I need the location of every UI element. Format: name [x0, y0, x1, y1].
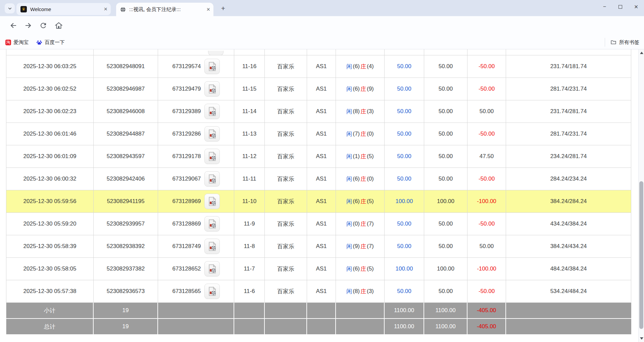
- video-file-icon: [209, 107, 216, 116]
- banker-label: 庄: [360, 243, 366, 250]
- summary-empty: [506, 319, 631, 334]
- tab-search-button[interactable]: [5, 3, 15, 13]
- cell-valid-amount: 100.00: [424, 258, 467, 280]
- game-id-text: 673129389: [172, 108, 201, 115]
- browser-toolbar: videoie.com/ipl/portal.php/game/betrecor…: [0, 16, 644, 35]
- cell-valid-amount: 100.00: [424, 190, 467, 213]
- video-replay-button[interactable]: [204, 194, 220, 209]
- player-points: (6): [353, 63, 360, 70]
- video-file-icon: [209, 220, 216, 228]
- cell-valid-amount: 50.00: [424, 235, 467, 258]
- cell-game-name: 百家乐: [265, 280, 307, 303]
- cell-win-loss: -50.00: [467, 123, 506, 145]
- cell-win-loss: -50.00: [467, 55, 506, 78]
- player-label: 闲: [346, 288, 352, 295]
- video-replay-button[interactable]: [208, 51, 224, 55]
- player-points: (0): [353, 221, 360, 227]
- cell-bet-amount[interactable]: 50.00: [385, 100, 424, 123]
- minimize-button[interactable]: −: [597, 0, 612, 13]
- scrollbar-thumb[interactable]: [639, 181, 643, 329]
- cell-bet-amount[interactable]: 50.00: [385, 213, 424, 235]
- tab-bet-records[interactable]: :::视讯, 会员下注纪录::: ×: [116, 3, 213, 16]
- cell-balance: 534.24/484.24: [506, 280, 631, 303]
- cell-result: 闲(6)庄(4): [336, 55, 385, 78]
- back-icon[interactable]: [9, 21, 17, 30]
- cell-game-id: 673129479: [158, 78, 234, 100]
- cell-bet-amount[interactable]: 50.00: [385, 280, 424, 303]
- tab-strip: ♛ Welcome × :::视讯, 会员下注纪录::: × + − ×: [0, 0, 644, 16]
- close-window-button[interactable]: ×: [628, 0, 644, 13]
- player-points: (8): [353, 108, 360, 115]
- game-id-text: 673129178: [172, 153, 201, 160]
- player-label: 闲: [346, 243, 352, 250]
- player-points: (6): [353, 198, 360, 205]
- video-replay-button[interactable]: [204, 126, 220, 142]
- video-replay-button[interactable]: [204, 261, 220, 277]
- video-replay-button[interactable]: [204, 171, 220, 187]
- cell-round: 11-16: [234, 55, 265, 78]
- table-row: 2025-12-30 06:03:25523082948091673129574…: [6, 55, 631, 78]
- cell-bet-amount[interactable]: 50.00: [385, 123, 424, 145]
- banker-points: (9): [367, 86, 374, 92]
- casino-logo-favicon: ♛: [20, 6, 27, 12]
- cell-balance: 484.24/384.24: [506, 258, 631, 280]
- cell-bet-amount[interactable]: 100.00: [385, 258, 424, 280]
- video-replay-button[interactable]: [204, 104, 220, 119]
- summary-win-loss: -405.00: [467, 319, 506, 334]
- cell-game-id: [158, 49, 234, 55]
- bookmark-baidu[interactable]: 百度一下: [36, 38, 65, 47]
- player-points: (1): [353, 153, 360, 160]
- cell-round: 11-11: [234, 168, 265, 190]
- summary-empty: [234, 303, 265, 318]
- bet-records-page: 2025-12-30 06:03:25523082948091673129574…: [0, 49, 644, 342]
- cell-valid-amount: 50.00: [424, 213, 467, 235]
- cell-table: AS1: [307, 280, 336, 303]
- cell-balance: 434.24/384.24: [506, 213, 631, 235]
- forward-icon[interactable]: [24, 21, 32, 30]
- cell-bet-amount[interactable]: 50.00: [385, 55, 424, 78]
- tab-welcome[interactable]: ♛ Welcome ×: [16, 3, 111, 15]
- summary-empty: [265, 319, 307, 334]
- cell-win-loss: 47.50: [467, 145, 506, 168]
- new-tab-button[interactable]: +: [219, 4, 228, 13]
- summary-empty: [506, 303, 631, 318]
- bookmark-aitaobao[interactable]: 淘 爱淘宝: [5, 38, 29, 47]
- cell-bet-amount[interactable]: 50.00: [385, 168, 424, 190]
- scroll-up-arrow-icon[interactable]: [640, 52, 643, 54]
- tab-close-icon[interactable]: ×: [104, 6, 107, 12]
- cell-valid-amount: 50.00: [424, 123, 467, 145]
- video-replay-button[interactable]: [204, 81, 220, 97]
- banker-points: (0): [367, 176, 374, 182]
- cell-bet-amount[interactable]: 100.00: [385, 190, 424, 213]
- all-bookmarks-button[interactable]: 所有书签: [605, 38, 639, 47]
- banker-label: 庄: [360, 153, 366, 160]
- player-label: 闲: [346, 108, 352, 115]
- reload-icon[interactable]: [39, 21, 47, 30]
- tab-close-icon[interactable]: ×: [206, 7, 210, 12]
- cell-table: AS1: [307, 190, 336, 213]
- video-replay-button[interactable]: [204, 284, 220, 299]
- cell-bet-time: 2025-12-30 05:58:05: [6, 258, 94, 280]
- vertical-scrollbar[interactable]: [638, 49, 644, 342]
- table-row: 2025-12-30 06:02:52523082946987673129479…: [6, 78, 631, 100]
- home-icon[interactable]: [55, 21, 63, 30]
- cell-win-loss: -50.00: [467, 168, 506, 190]
- cell-bet-id: 523082943597: [94, 145, 158, 168]
- game-id-text: 673128969: [172, 198, 201, 205]
- video-replay-button[interactable]: [204, 59, 220, 74]
- scroll-down-arrow-icon[interactable]: [640, 337, 643, 340]
- cell-bet-amount[interactable]: 50.00: [385, 78, 424, 100]
- cell-bet-amount[interactable]: 50.00: [385, 145, 424, 168]
- video-replay-button[interactable]: [204, 149, 220, 164]
- cell-bet-id: 523082937382: [94, 258, 158, 280]
- table-row: 2025-12-30 05:57:38523082936573673128565…: [6, 280, 631, 303]
- video-replay-button[interactable]: [204, 216, 220, 232]
- cell-game-id: 673128565: [158, 280, 234, 303]
- cell-game-name: 百家乐: [265, 258, 307, 280]
- banker-points: (5): [367, 153, 374, 160]
- maximize-button[interactable]: [612, 0, 628, 13]
- video-replay-button[interactable]: [204, 239, 220, 254]
- cell-bet-amount[interactable]: 50.00: [385, 235, 424, 258]
- cell-balance: [506, 49, 631, 55]
- cell-win-loss: 50.00: [467, 235, 506, 258]
